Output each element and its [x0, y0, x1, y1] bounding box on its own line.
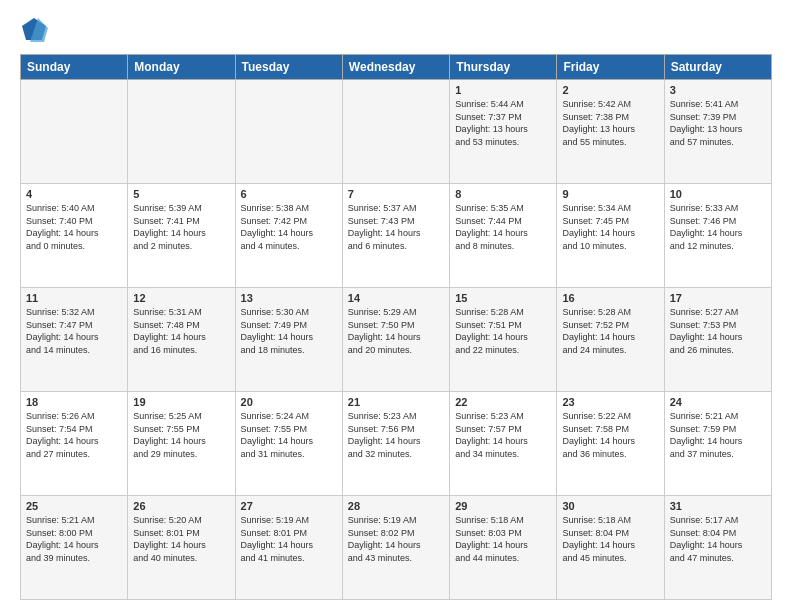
day-number: 25 — [26, 500, 122, 512]
day-info: Sunrise: 5:20 AM Sunset: 8:01 PM Dayligh… — [133, 514, 229, 564]
logo-icon — [20, 16, 48, 44]
day-info: Sunrise: 5:26 AM Sunset: 7:54 PM Dayligh… — [26, 410, 122, 460]
calendar-header-row: SundayMondayTuesdayWednesdayThursdayFrid… — [21, 55, 772, 80]
day-number: 31 — [670, 500, 766, 512]
day-number: 28 — [348, 500, 444, 512]
day-number: 26 — [133, 500, 229, 512]
day-info: Sunrise: 5:41 AM Sunset: 7:39 PM Dayligh… — [670, 98, 766, 148]
day-info: Sunrise: 5:21 AM Sunset: 7:59 PM Dayligh… — [670, 410, 766, 460]
day-number: 20 — [241, 396, 337, 408]
logo — [20, 16, 52, 44]
calendar-cell: 29Sunrise: 5:18 AM Sunset: 8:03 PM Dayli… — [450, 496, 557, 600]
day-info: Sunrise: 5:32 AM Sunset: 7:47 PM Dayligh… — [26, 306, 122, 356]
calendar-cell: 27Sunrise: 5:19 AM Sunset: 8:01 PM Dayli… — [235, 496, 342, 600]
day-number: 6 — [241, 188, 337, 200]
day-header-wednesday: Wednesday — [342, 55, 449, 80]
calendar-cell: 26Sunrise: 5:20 AM Sunset: 8:01 PM Dayli… — [128, 496, 235, 600]
day-header-friday: Friday — [557, 55, 664, 80]
day-info: Sunrise: 5:42 AM Sunset: 7:38 PM Dayligh… — [562, 98, 658, 148]
day-number: 3 — [670, 84, 766, 96]
calendar-cell: 21Sunrise: 5:23 AM Sunset: 7:56 PM Dayli… — [342, 392, 449, 496]
day-info: Sunrise: 5:25 AM Sunset: 7:55 PM Dayligh… — [133, 410, 229, 460]
calendar-cell: 25Sunrise: 5:21 AM Sunset: 8:00 PM Dayli… — [21, 496, 128, 600]
calendar-cell: 5Sunrise: 5:39 AM Sunset: 7:41 PM Daylig… — [128, 184, 235, 288]
day-info: Sunrise: 5:17 AM Sunset: 8:04 PM Dayligh… — [670, 514, 766, 564]
calendar-cell: 28Sunrise: 5:19 AM Sunset: 8:02 PM Dayli… — [342, 496, 449, 600]
calendar-cell: 12Sunrise: 5:31 AM Sunset: 7:48 PM Dayli… — [128, 288, 235, 392]
day-number: 7 — [348, 188, 444, 200]
calendar-cell: 4Sunrise: 5:40 AM Sunset: 7:40 PM Daylig… — [21, 184, 128, 288]
day-info: Sunrise: 5:23 AM Sunset: 7:57 PM Dayligh… — [455, 410, 551, 460]
day-number: 1 — [455, 84, 551, 96]
calendar-cell: 22Sunrise: 5:23 AM Sunset: 7:57 PM Dayli… — [450, 392, 557, 496]
calendar-cell: 30Sunrise: 5:18 AM Sunset: 8:04 PM Dayli… — [557, 496, 664, 600]
day-number: 24 — [670, 396, 766, 408]
day-info: Sunrise: 5:18 AM Sunset: 8:03 PM Dayligh… — [455, 514, 551, 564]
day-info: Sunrise: 5:19 AM Sunset: 8:02 PM Dayligh… — [348, 514, 444, 564]
day-number: 16 — [562, 292, 658, 304]
day-number: 9 — [562, 188, 658, 200]
day-number: 14 — [348, 292, 444, 304]
day-info: Sunrise: 5:23 AM Sunset: 7:56 PM Dayligh… — [348, 410, 444, 460]
calendar-cell: 31Sunrise: 5:17 AM Sunset: 8:04 PM Dayli… — [664, 496, 771, 600]
calendar-cell: 19Sunrise: 5:25 AM Sunset: 7:55 PM Dayli… — [128, 392, 235, 496]
calendar-cell — [342, 80, 449, 184]
calendar-cell: 18Sunrise: 5:26 AM Sunset: 7:54 PM Dayli… — [21, 392, 128, 496]
day-number: 19 — [133, 396, 229, 408]
calendar-week-3: 11Sunrise: 5:32 AM Sunset: 7:47 PM Dayli… — [21, 288, 772, 392]
day-info: Sunrise: 5:44 AM Sunset: 7:37 PM Dayligh… — [455, 98, 551, 148]
day-number: 2 — [562, 84, 658, 96]
day-header-thursday: Thursday — [450, 55, 557, 80]
day-number: 30 — [562, 500, 658, 512]
calendar-cell: 24Sunrise: 5:21 AM Sunset: 7:59 PM Dayli… — [664, 392, 771, 496]
day-header-monday: Monday — [128, 55, 235, 80]
day-number: 5 — [133, 188, 229, 200]
calendar-cell: 23Sunrise: 5:22 AM Sunset: 7:58 PM Dayli… — [557, 392, 664, 496]
calendar-week-1: 1Sunrise: 5:44 AM Sunset: 7:37 PM Daylig… — [21, 80, 772, 184]
day-number: 21 — [348, 396, 444, 408]
day-info: Sunrise: 5:33 AM Sunset: 7:46 PM Dayligh… — [670, 202, 766, 252]
calendar-cell: 2Sunrise: 5:42 AM Sunset: 7:38 PM Daylig… — [557, 80, 664, 184]
calendar-cell: 17Sunrise: 5:27 AM Sunset: 7:53 PM Dayli… — [664, 288, 771, 392]
calendar-cell: 15Sunrise: 5:28 AM Sunset: 7:51 PM Dayli… — [450, 288, 557, 392]
calendar-cell: 9Sunrise: 5:34 AM Sunset: 7:45 PM Daylig… — [557, 184, 664, 288]
day-number: 22 — [455, 396, 551, 408]
header — [20, 16, 772, 44]
day-info: Sunrise: 5:37 AM Sunset: 7:43 PM Dayligh… — [348, 202, 444, 252]
day-number: 15 — [455, 292, 551, 304]
page: SundayMondayTuesdayWednesdayThursdayFrid… — [0, 0, 792, 612]
day-info: Sunrise: 5:38 AM Sunset: 7:42 PM Dayligh… — [241, 202, 337, 252]
day-info: Sunrise: 5:35 AM Sunset: 7:44 PM Dayligh… — [455, 202, 551, 252]
day-info: Sunrise: 5:39 AM Sunset: 7:41 PM Dayligh… — [133, 202, 229, 252]
calendar-cell: 11Sunrise: 5:32 AM Sunset: 7:47 PM Dayli… — [21, 288, 128, 392]
calendar-cell — [21, 80, 128, 184]
day-number: 8 — [455, 188, 551, 200]
day-header-sunday: Sunday — [21, 55, 128, 80]
calendar-cell: 7Sunrise: 5:37 AM Sunset: 7:43 PM Daylig… — [342, 184, 449, 288]
day-info: Sunrise: 5:29 AM Sunset: 7:50 PM Dayligh… — [348, 306, 444, 356]
day-number: 29 — [455, 500, 551, 512]
day-info: Sunrise: 5:19 AM Sunset: 8:01 PM Dayligh… — [241, 514, 337, 564]
day-info: Sunrise: 5:27 AM Sunset: 7:53 PM Dayligh… — [670, 306, 766, 356]
calendar-cell: 1Sunrise: 5:44 AM Sunset: 7:37 PM Daylig… — [450, 80, 557, 184]
day-header-tuesday: Tuesday — [235, 55, 342, 80]
day-info: Sunrise: 5:28 AM Sunset: 7:52 PM Dayligh… — [562, 306, 658, 356]
calendar-cell: 3Sunrise: 5:41 AM Sunset: 7:39 PM Daylig… — [664, 80, 771, 184]
calendar-week-4: 18Sunrise: 5:26 AM Sunset: 7:54 PM Dayli… — [21, 392, 772, 496]
day-info: Sunrise: 5:40 AM Sunset: 7:40 PM Dayligh… — [26, 202, 122, 252]
calendar-cell: 10Sunrise: 5:33 AM Sunset: 7:46 PM Dayli… — [664, 184, 771, 288]
day-info: Sunrise: 5:31 AM Sunset: 7:48 PM Dayligh… — [133, 306, 229, 356]
day-info: Sunrise: 5:22 AM Sunset: 7:58 PM Dayligh… — [562, 410, 658, 460]
calendar-cell: 14Sunrise: 5:29 AM Sunset: 7:50 PM Dayli… — [342, 288, 449, 392]
calendar-table: SundayMondayTuesdayWednesdayThursdayFrid… — [20, 54, 772, 600]
day-number: 23 — [562, 396, 658, 408]
calendar-week-2: 4Sunrise: 5:40 AM Sunset: 7:40 PM Daylig… — [21, 184, 772, 288]
day-info: Sunrise: 5:30 AM Sunset: 7:49 PM Dayligh… — [241, 306, 337, 356]
calendar-cell: 20Sunrise: 5:24 AM Sunset: 7:55 PM Dayli… — [235, 392, 342, 496]
day-info: Sunrise: 5:24 AM Sunset: 7:55 PM Dayligh… — [241, 410, 337, 460]
calendar-cell: 13Sunrise: 5:30 AM Sunset: 7:49 PM Dayli… — [235, 288, 342, 392]
calendar-cell: 16Sunrise: 5:28 AM Sunset: 7:52 PM Dayli… — [557, 288, 664, 392]
day-number: 18 — [26, 396, 122, 408]
calendar-cell — [235, 80, 342, 184]
day-info: Sunrise: 5:21 AM Sunset: 8:00 PM Dayligh… — [26, 514, 122, 564]
